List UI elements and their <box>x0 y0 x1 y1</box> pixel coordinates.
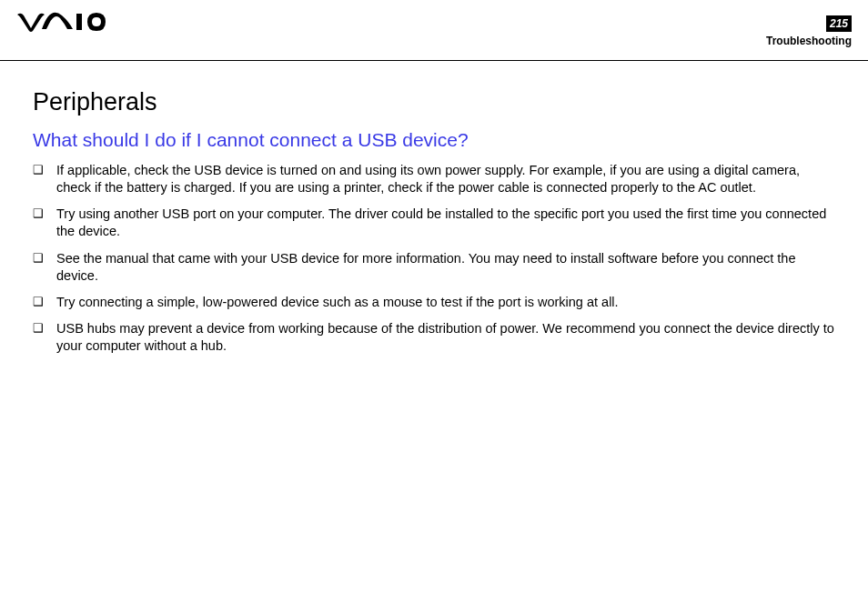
list-item-text: Try using another USB port on your compu… <box>56 206 835 240</box>
list-item-text: See the manual that came with your USB d… <box>56 250 835 285</box>
list-item: ❑ See the manual that came with your USB… <box>33 250 835 285</box>
bullet-icon: ❑ <box>33 294 56 310</box>
bullet-list: ❑ If applicable, check the USB device is… <box>33 162 835 355</box>
bullet-icon: ❑ <box>33 320 56 337</box>
list-item: ❑ Try using another USB port on your com… <box>33 206 835 240</box>
page-subtitle: What should I do if I cannot connect a U… <box>33 129 835 151</box>
list-item: ❑ If applicable, check the USB device is… <box>33 162 835 196</box>
page-header: 215 Troubleshooting <box>0 0 868 61</box>
page-content: Peripherals What should I do if I cannot… <box>0 61 868 355</box>
list-item-text: If applicable, check the USB device is t… <box>56 162 835 196</box>
page-nav: 215 <box>826 15 852 32</box>
svg-rect-0 <box>76 14 82 30</box>
list-item: ❑ USB hubs may prevent a device from wor… <box>33 320 835 355</box>
page-number: 215 <box>826 15 852 32</box>
page-title: Peripherals <box>33 88 835 116</box>
section-label: Troubleshooting <box>766 35 852 47</box>
list-item: ❑ Try connecting a simple, low-powered d… <box>33 294 835 311</box>
list-item-text: USB hubs may prevent a device from worki… <box>56 320 835 355</box>
list-item-text: Try connecting a simple, low-powered dev… <box>56 294 835 311</box>
bullet-icon: ❑ <box>33 162 56 178</box>
bullet-icon: ❑ <box>33 206 56 222</box>
header-right: 215 Troubleshooting <box>766 11 852 47</box>
vaio-logo <box>16 11 107 33</box>
bullet-icon: ❑ <box>33 250 56 266</box>
